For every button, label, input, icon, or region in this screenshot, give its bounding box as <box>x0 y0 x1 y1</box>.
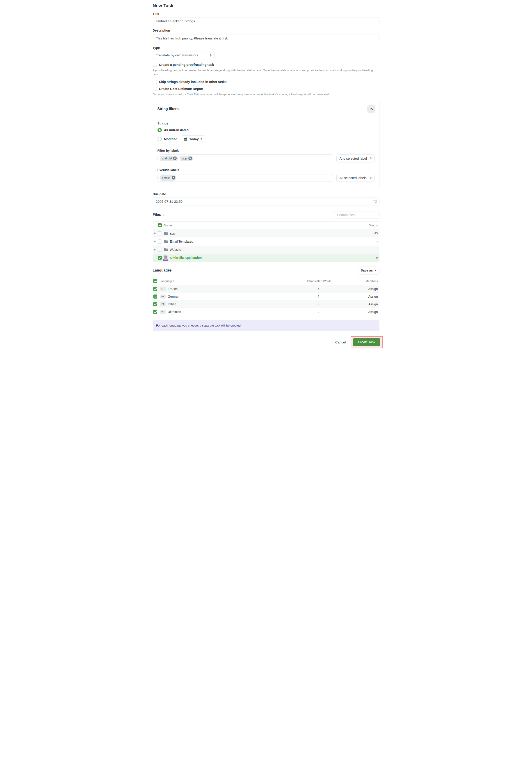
assign-link[interactable]: Assign <box>368 287 378 291</box>
collapse-panel-button[interactable] <box>367 105 375 113</box>
untranslated-words-value: 9 <box>301 295 337 298</box>
label-tag: android ✕ <box>160 155 178 161</box>
file-checkbox[interactable] <box>158 256 162 260</box>
proofreading-checkbox-row: Create a pending proofreading task <box>153 63 379 67</box>
calendar-icon <box>184 137 187 141</box>
due-date-wrap <box>153 198 379 206</box>
search-files-input[interactable] <box>334 211 379 219</box>
string-filters-header: String filters <box>153 101 379 117</box>
filter-labels-input[interactable]: android ✕ app ✕ <box>158 154 333 162</box>
file-name: app <box>170 232 175 235</box>
cost-estimate-checkbox[interactable] <box>153 87 157 91</box>
remove-tag-icon[interactable]: ✕ <box>188 156 192 160</box>
select-arrows-icon <box>370 176 372 179</box>
calendar-icon[interactable] <box>373 200 377 204</box>
languages-select-all-checkbox[interactable] <box>153 279 157 283</box>
file-row-umbrella-application[interactable]: JSON Umbrella Application 9 <box>153 254 379 262</box>
remove-tag-icon[interactable]: ✕ <box>172 176 175 179</box>
language-row-german[interactable]: DE German 9 Assign <box>153 293 379 300</box>
file-words: 9 <box>376 256 379 259</box>
all-untranslated-radio[interactable] <box>158 128 162 132</box>
title-input[interactable] <box>153 17 379 25</box>
json-badge: JSON <box>163 259 168 261</box>
cost-estimate-checkbox-label[interactable]: Create Cost Estimate Report <box>159 87 203 91</box>
folder-icon <box>164 240 168 243</box>
description-input[interactable] <box>153 34 379 42</box>
language-row-italian[interactable]: IT Italian 9 Assign <box>153 300 379 308</box>
create-task-button[interactable]: Create Task <box>353 338 380 346</box>
type-select-value: Translate by own translators <box>156 53 198 57</box>
file-name: Umbrella Application <box>170 256 202 260</box>
info-banner: For each language you choose, a separate… <box>153 320 379 331</box>
untranslated-words-value: 9 <box>301 310 337 314</box>
proofreading-checkbox-label[interactable]: Create a pending proofreading task <box>159 63 214 66</box>
info-banner-text: For each language you choose, a separate… <box>156 324 241 327</box>
select-arrows-icon <box>210 54 212 57</box>
select-arrows-icon <box>370 157 372 160</box>
caret-down-icon <box>201 138 202 139</box>
language-code-badge: FR <box>160 287 166 291</box>
filter-labels-match-select[interactable]: Any selected label <box>336 154 375 162</box>
skip-strings-checkbox[interactable] <box>153 80 157 84</box>
files-select-all-checkbox[interactable] <box>158 223 162 227</box>
modified-date-dropdown[interactable]: Today <box>181 135 205 143</box>
remove-tag-icon[interactable]: ✕ <box>173 156 177 160</box>
all-untranslated-label[interactable]: All untranslated <box>164 128 189 132</box>
expand-caret-icon[interactable] <box>154 233 156 234</box>
file-checkbox[interactable] <box>158 232 162 236</box>
modified-label[interactable]: Modified <box>164 137 178 141</box>
cost-estimate-helper-text: Once you create a task, a Cost Estimate … <box>153 92 379 96</box>
string-filters-title: String filters <box>158 107 179 111</box>
language-row-french[interactable]: FR French 6 Assign <box>153 285 379 293</box>
proofreading-helper-text: A proofreading task will be created for … <box>153 68 379 76</box>
type-select[interactable]: Translate by own translators <box>153 51 215 59</box>
assign-link[interactable]: Assign <box>368 310 378 314</box>
file-checkbox[interactable] <box>158 248 162 252</box>
language-checkbox[interactable] <box>153 295 157 299</box>
description-label: Description <box>153 29 379 32</box>
modified-radio[interactable] <box>158 137 162 141</box>
language-checkbox[interactable] <box>153 302 157 306</box>
exclude-labels-input[interactable]: emails ✕ <box>158 174 333 182</box>
description-field-group: Description <box>153 29 379 42</box>
files-heading-group: Files1 <box>153 213 164 217</box>
due-date-input[interactable] <box>153 198 379 206</box>
footer-actions: Cancel Create Task <box>153 336 379 348</box>
label-tag-text: emails <box>162 176 171 179</box>
language-checkbox[interactable] <box>153 310 157 314</box>
cancel-button[interactable]: Cancel <box>335 340 346 344</box>
expand-caret-icon[interactable] <box>154 241 156 243</box>
languages-heading: Languages <box>153 268 172 273</box>
file-row-website[interactable]: Website - <box>153 246 379 254</box>
file-checkbox[interactable] <box>158 240 162 244</box>
files-words-column-header: Words <box>369 224 379 227</box>
skip-strings-checkbox-row: Skip strings already included in other t… <box>153 80 379 84</box>
string-filters-panel: String filters Strings All untranslated … <box>153 101 379 187</box>
save-as-button[interactable]: Save as <box>358 267 379 275</box>
files-table-header: Name Words <box>153 222 379 229</box>
language-name: French <box>168 287 178 291</box>
title-field-group: Title <box>153 12 379 25</box>
proofreading-checkbox[interactable] <box>153 63 157 67</box>
type-field-group: Type Translate by own translators <box>153 46 379 59</box>
skip-strings-checkbox-label[interactable]: Skip strings already included in other t… <box>159 80 227 84</box>
due-date-field-group: Due date <box>153 192 379 206</box>
exclude-labels-match-select[interactable]: All selected labels <box>336 174 375 182</box>
language-checkbox[interactable] <box>153 287 157 291</box>
save-as-label: Save as <box>361 269 373 272</box>
assign-link[interactable]: Assign <box>368 295 378 298</box>
assign-link[interactable]: Assign <box>368 302 378 306</box>
language-code-badge: IT <box>160 302 166 306</box>
strings-label: Strings <box>158 121 375 125</box>
folder-icon <box>164 232 168 235</box>
file-words: - <box>377 240 379 243</box>
language-row-ukrainian[interactable]: ук Ukrainian 9 Assign <box>153 308 379 316</box>
exclude-labels-row: emails ✕ All selected labels <box>158 174 375 182</box>
modified-radio-row: Modified Today <box>158 135 375 143</box>
file-row-app[interactable]: app 45 <box>153 229 379 238</box>
due-date-label: Due date <box>153 192 379 196</box>
files-table: Name Words app 45 Email Templates - <box>153 222 379 262</box>
file-row-email-templates[interactable]: Email Templates - <box>153 238 379 246</box>
modified-date-value: Today <box>189 137 199 141</box>
expand-caret-icon[interactable] <box>154 249 156 251</box>
